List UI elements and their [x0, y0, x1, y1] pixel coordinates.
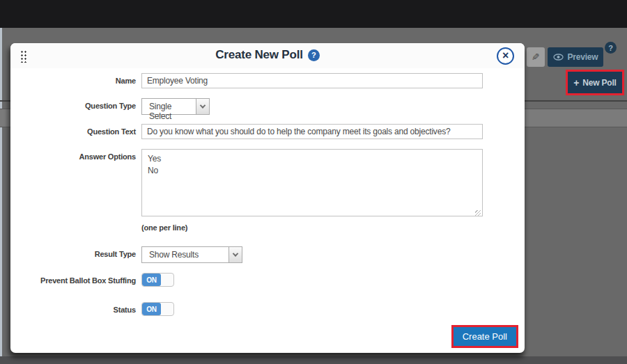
- preview-button[interactable]: Preview: [548, 47, 603, 67]
- create-poll-button[interactable]: Create Poll: [454, 327, 516, 346]
- status-toggle[interactable]: ON: [141, 302, 174, 316]
- question-text-label: Question Text: [10, 124, 136, 136]
- page-help-icon[interactable]: ?: [605, 42, 617, 54]
- status-label: Status: [10, 302, 136, 315]
- question-text-input[interactable]: [141, 124, 483, 139]
- answer-options-hint-row: (one per line): [10, 223, 525, 232]
- question-text-row: Question Text: [10, 124, 525, 139]
- eye-icon: [553, 54, 564, 61]
- new-poll-button-label: New Poll: [582, 78, 616, 88]
- result-type-select[interactable]: Show Results: [141, 246, 242, 263]
- question-type-label: Question Type: [10, 98, 136, 111]
- footer-bar: [0, 356, 627, 364]
- create-new-poll-modal: Create New Poll ? × Name Question Type S…: [10, 43, 525, 353]
- answer-options-textarea[interactable]: Yes No: [141, 149, 483, 216]
- question-type-select[interactable]: Single Select: [141, 98, 210, 115]
- answer-options-row: Answer Options Yes No: [10, 149, 525, 219]
- modal-title: Create New Poll: [215, 48, 303, 62]
- pencil-icon: ✎: [532, 52, 540, 63]
- edit-button[interactable]: ✎: [527, 47, 545, 67]
- name-row: Name: [10, 73, 525, 88]
- result-type-row: Result Type Show Results: [10, 246, 525, 263]
- toggle-on-label: ON: [142, 274, 161, 286]
- name-input[interactable]: [141, 73, 483, 88]
- close-icon[interactable]: ×: [497, 47, 514, 65]
- status-row: Status ON: [10, 302, 525, 316]
- resize-handle[interactable]: [475, 210, 481, 216]
- name-label: Name: [10, 73, 136, 86]
- chevron-down-icon: [229, 247, 242, 262]
- create-poll-form: Name Question Type Single Select Questio…: [10, 68, 525, 316]
- preview-button-label: Preview: [568, 52, 598, 62]
- result-type-label: Result Type: [10, 246, 136, 259]
- question-type-row: Question Type Single Select: [10, 98, 525, 115]
- prevent-ballot-box-stuffing-label: Prevent Ballot Box Stuffing: [10, 273, 136, 285]
- new-poll-button[interactable]: + New Poll: [568, 72, 622, 93]
- toggle-on-label: ON: [142, 303, 161, 315]
- question-type-value: Single Select: [142, 99, 196, 114]
- chevron-down-icon: [196, 99, 209, 114]
- modal-header: Create New Poll ? ×: [10, 43, 525, 68]
- top-nav-bar: [0, 0, 627, 28]
- page-left-edge: [0, 28, 2, 364]
- annotation-highlight-create-poll: Create Poll: [451, 325, 518, 348]
- annotation-highlight-new-poll: + New Poll: [566, 70, 624, 95]
- plus-icon: +: [573, 77, 579, 88]
- modal-help-icon[interactable]: ?: [308, 49, 320, 61]
- prevent-ballot-box-stuffing-toggle[interactable]: ON: [141, 273, 174, 287]
- answer-options-label: Answer Options: [10, 149, 136, 161]
- result-type-value: Show Results: [142, 247, 229, 262]
- one-per-line-hint: (one per line): [141, 223, 187, 232]
- prevent-ballot-box-stuffing-row: Prevent Ballot Box Stuffing ON: [10, 273, 525, 287]
